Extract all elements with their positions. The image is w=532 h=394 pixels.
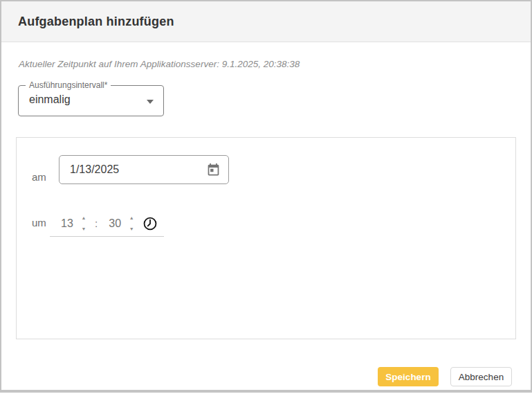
chevron-down-icon — [147, 100, 154, 104]
minute-input[interactable] — [104, 217, 125, 230]
schedule-panel: am um ▲ ▼ : ▲ ▼ — [16, 137, 516, 339]
triangle-up-icon: ▲ — [129, 215, 134, 220]
time-separator: : — [95, 217, 98, 229]
hour-down-button[interactable]: ▼ — [80, 226, 88, 232]
date-field[interactable] — [59, 163, 198, 176]
dialog-title: Aufgabenplan hinzufügen — [18, 15, 174, 29]
triangle-up-icon: ▲ — [82, 215, 86, 220]
time-row-label: um — [32, 217, 46, 229]
interval-select[interactable]: Ausführungsintervall* einmalig — [18, 85, 164, 116]
minute-spinner: ▲ ▼ — [127, 215, 136, 232]
calendar-icon — [206, 163, 221, 177]
minute-up-button[interactable]: ▲ — [127, 215, 136, 221]
clock-button[interactable] — [142, 215, 158, 232]
triangle-down-icon: ▼ — [82, 226, 86, 231]
save-button[interactable]: Speichern — [378, 367, 439, 386]
time-field: ▲ ▼ : ▲ ▼ — [50, 211, 164, 237]
clock-icon — [143, 216, 158, 231]
interval-select-value: einmalig — [29, 93, 71, 106]
server-time-note: Aktueller Zeitpunkt auf Ihrem Applikatio… — [19, 59, 300, 69]
minute-down-button[interactable]: ▼ — [127, 226, 136, 232]
date-input[interactable] — [59, 155, 229, 184]
add-task-plan-dialog: Aufgabenplan hinzufügen Aktueller Zeitpu… — [0, 0, 532, 393]
triangle-down-icon: ▼ — [129, 226, 134, 231]
hour-input[interactable] — [57, 217, 77, 230]
dialog-header: Aufgabenplan hinzufügen — [1, 1, 531, 42]
screen: Aufgabenplan hinzufügen Aktueller Zeitpu… — [0, 0, 532, 394]
calendar-button[interactable] — [205, 161, 221, 178]
interval-select-label: Ausführungsintervall* — [26, 80, 111, 90]
hour-spinner: ▲ ▼ — [80, 215, 88, 232]
cancel-button[interactable]: Abbrechen — [450, 367, 512, 386]
hour-up-button[interactable]: ▲ — [80, 215, 88, 221]
date-row-label: am — [32, 171, 46, 183]
